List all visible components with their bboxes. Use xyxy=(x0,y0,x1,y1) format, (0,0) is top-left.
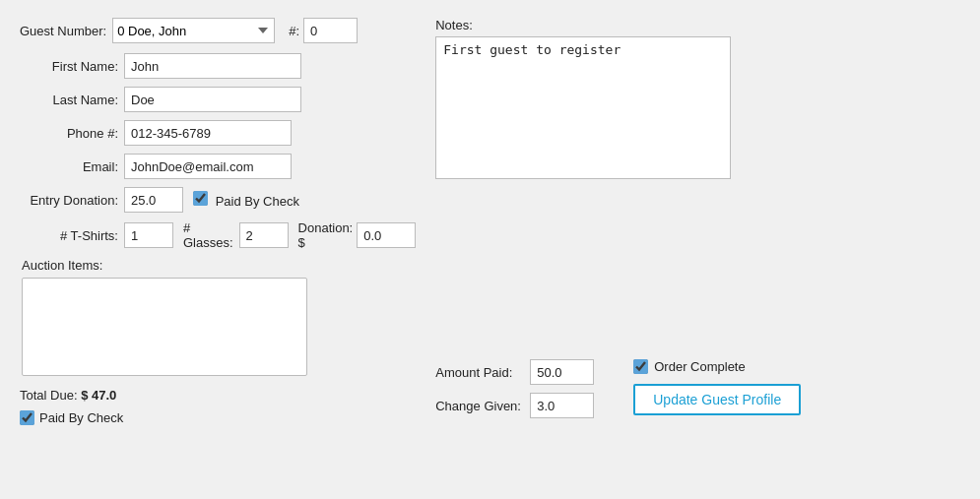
guest-number-label: Guest Number: xyxy=(20,24,106,38)
order-complete-label: Order Complete xyxy=(654,359,745,374)
last-name-row: Last Name: xyxy=(20,87,416,112)
total-due-row: Total Due: $ 47.0 xyxy=(20,388,123,403)
entry-donation-row: Entry Donation: Paid By Check xyxy=(20,187,416,213)
amount-paid-row: Amount Paid: xyxy=(435,359,594,385)
auction-items-list[interactable] xyxy=(22,278,307,376)
donation-label: Donation: $ xyxy=(298,220,354,250)
right-column: Notes: First guest to register Amount Pa… xyxy=(435,18,960,426)
amount-section: Amount Paid: Change Given: xyxy=(435,359,594,426)
last-name-label: Last Name: xyxy=(20,93,118,107)
phone-input[interactable] xyxy=(124,120,292,146)
paid-by-check-top-checkbox[interactable] xyxy=(193,191,208,206)
glasses-input[interactable] xyxy=(239,222,289,248)
last-name-input[interactable] xyxy=(124,87,301,112)
tshirts-label: # T-Shirts: xyxy=(20,228,118,243)
entry-donation-input[interactable] xyxy=(124,187,183,213)
first-name-input[interactable] xyxy=(124,53,301,79)
order-section: Order Complete Update Guest Profile xyxy=(633,359,960,415)
notes-textarea[interactable]: First guest to register xyxy=(435,36,731,179)
auction-section: Auction Items: xyxy=(20,258,416,376)
email-row: Email: xyxy=(20,154,416,179)
total-due-label: Total Due: xyxy=(20,388,78,403)
first-name-row: First Name: xyxy=(20,53,416,79)
tshirts-input[interactable] xyxy=(124,222,173,248)
email-input[interactable] xyxy=(124,154,292,179)
tshirt-row: # T-Shirts: # Glasses: Donation: $ xyxy=(20,220,416,250)
paid-by-check-bottom-checkbox[interactable] xyxy=(20,410,34,425)
glasses-label: # Glasses: xyxy=(183,220,233,250)
paid-by-check-top-row: Paid By Check xyxy=(193,191,299,209)
bottom-left: Total Due: $ 47.0 Paid By Check xyxy=(20,388,123,425)
change-given-label: Change Given: xyxy=(435,399,524,413)
order-complete-row: Order Complete xyxy=(633,359,745,374)
change-given-input[interactable] xyxy=(530,393,594,418)
bottom-section: Total Due: $ 47.0 Paid By Check xyxy=(20,388,416,425)
notes-label: Notes: xyxy=(435,18,960,32)
hash-label: #: xyxy=(289,24,299,38)
order-complete-checkbox[interactable] xyxy=(633,359,648,374)
total-due-value: $ 47.0 xyxy=(81,388,116,403)
entry-donation-label: Entry Donation: xyxy=(20,193,118,208)
auction-items-label: Auction Items: xyxy=(22,258,416,273)
paid-by-check-bottom-label: Paid By Check xyxy=(39,410,123,425)
guest-number-row: Guest Number: 0 Doe, John #: xyxy=(20,18,416,43)
left-column: Guest Number: 0 Doe, John #: First Name:… xyxy=(20,18,416,426)
paid-by-check-bottom-row: Paid By Check xyxy=(20,410,123,425)
amount-paid-input[interactable] xyxy=(530,359,594,385)
amount-paid-label: Amount Paid: xyxy=(435,365,524,380)
paid-by-check-top-label: Paid By Check xyxy=(216,194,299,209)
phone-row: Phone #: xyxy=(20,120,416,146)
change-given-row: Change Given: xyxy=(435,393,594,418)
guest-number-select[interactable]: 0 Doe, John xyxy=(112,18,275,43)
bottom-right-section: Amount Paid: Change Given: Order Complet… xyxy=(435,359,960,426)
email-label: Email: xyxy=(20,159,118,174)
first-name-label: First Name: xyxy=(20,59,118,74)
update-guest-profile-button[interactable]: Update Guest Profile xyxy=(633,384,801,415)
hash-input[interactable] xyxy=(303,18,358,43)
main-container: Guest Number: 0 Doe, John #: First Name:… xyxy=(0,0,980,499)
phone-label: Phone #: xyxy=(20,126,118,141)
donation-input[interactable] xyxy=(357,222,416,248)
